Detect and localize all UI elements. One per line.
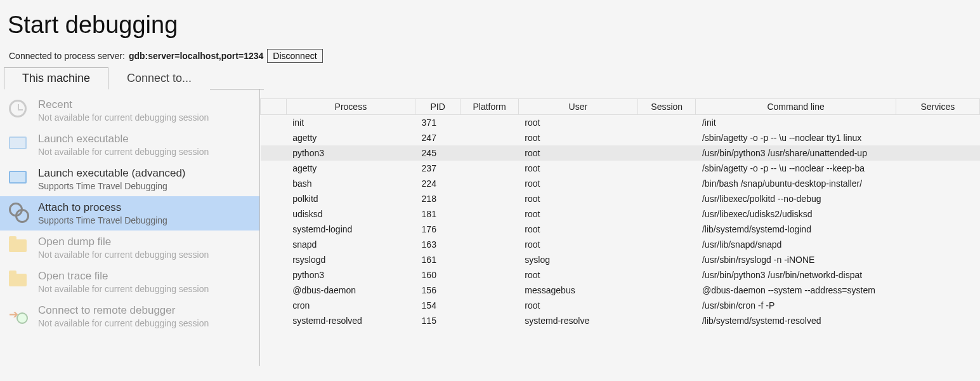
cell-cmd: /bin/bash /snap/ubuntu-desktop-installer… <box>696 176 896 191</box>
cell-process: python3 <box>286 267 415 283</box>
col-session[interactable]: Session <box>637 99 696 115</box>
cell-platform <box>461 145 519 161</box>
sidebar-item-launch-executable-advanced-[interactable]: Launch executable (advanced)Supports Tim… <box>0 162 259 196</box>
cell-cmd: /usr/bin/python3 /usr/bin/networkd-dispa… <box>696 267 896 283</box>
cell-session <box>637 130 696 145</box>
cell-indent <box>261 283 287 298</box>
cell-process: init <box>286 115 415 131</box>
sidebar: RecentNot available for current debuggin… <box>0 90 260 366</box>
cell-indent <box>261 298 287 313</box>
col-services[interactable]: Services <box>896 99 979 115</box>
cell-session <box>637 298 696 313</box>
cell-pid: 245 <box>415 145 461 161</box>
table-row[interactable]: python3245root/usr/bin/python3 /usr/shar… <box>261 145 980 161</box>
cell-user: root <box>518 145 637 161</box>
sidebar-item-title: Recent <box>38 98 253 111</box>
sidebar-item-attach-to-process[interactable]: Attach to processSupports Time Travel De… <box>0 196 259 231</box>
sidebar-item-open-dump-file: Open dump fileNot available for current … <box>0 231 259 265</box>
gears-icon <box>9 203 29 223</box>
cell-indent <box>261 130 287 145</box>
tabs: This machineConnect to... <box>4 67 264 90</box>
cell-indent <box>261 161 287 176</box>
cell-process: bash <box>286 176 415 191</box>
cell-user: messagebus <box>518 283 637 298</box>
table-row[interactable]: python3160root/usr/bin/python3 /usr/bin/… <box>261 267 980 283</box>
cell-pid: 161 <box>415 252 461 267</box>
sidebar-item-subtitle: Supports Time Travel Debugging <box>38 215 253 225</box>
process-table[interactable]: ProcessPIDPlatformUserSessionCommand lin… <box>260 98 980 328</box>
cell-pid: 181 <box>415 206 461 222</box>
table-row[interactable]: bash224root/bin/bash /snap/ubuntu-deskto… <box>261 176 980 191</box>
cell-services <box>896 298 979 313</box>
col-pid[interactable]: PID <box>415 99 461 115</box>
folder-icon <box>9 271 29 291</box>
cell-process: agetty <box>286 130 415 145</box>
cell-services <box>896 206 979 222</box>
folder-icon <box>9 237 29 257</box>
tab-this-machine[interactable]: This machine <box>4 67 108 90</box>
table-row[interactable]: agetty247root/sbin/agetty -o -p -- \u --… <box>261 130 980 145</box>
cell-cmd: @dbus-daemon --system --address=system <box>696 283 896 298</box>
sidebar-item-title: Launch executable (advanced) <box>38 167 253 180</box>
cell-session <box>637 222 696 237</box>
cell-process: systemd-logind <box>286 222 415 237</box>
cell-user: root <box>518 237 637 252</box>
cell-session <box>637 237 696 252</box>
cell-pid: 156 <box>415 283 461 298</box>
sidebar-item-subtitle: Not available for current debugging sess… <box>38 284 253 294</box>
col-process[interactable]: Process <box>286 99 415 115</box>
col-platform[interactable]: Platform <box>461 99 519 115</box>
table-row[interactable]: polkitd218root/usr/libexec/polkitd --no-… <box>261 191 980 206</box>
cell-pid: 160 <box>415 267 461 283</box>
table-row[interactable]: systemd-resolved115systemd-resolve/lib/s… <box>261 313 980 328</box>
remote-icon <box>9 305 29 326</box>
sidebar-item-subtitle: Not available for current debugging sess… <box>38 250 253 260</box>
cell-cmd: /usr/sbin/rsyslogd -n -iNONE <box>696 252 896 267</box>
cell-pid: 371 <box>415 115 461 131</box>
cell-session <box>637 313 696 328</box>
cell-user: root <box>518 161 637 176</box>
sidebar-item-title: Launch executable <box>38 133 253 145</box>
cell-user: root <box>518 176 637 191</box>
cell-indent <box>261 115 287 131</box>
disconnect-button[interactable]: Disconnect <box>267 49 322 63</box>
sidebar-item-connect-to-remote-debugger: Connect to remote debuggerNot available … <box>0 299 259 333</box>
cell-platform <box>461 161 519 176</box>
cell-services <box>896 283 979 298</box>
cell-process: python3 <box>286 145 415 161</box>
app-adv-icon <box>9 168 29 189</box>
table-row[interactable]: cron154root/usr/sbin/cron -f -P <box>261 298 980 313</box>
table-row[interactable]: rsyslogd161syslog/usr/sbin/rsyslogd -n -… <box>261 252 980 267</box>
cell-pid: 247 <box>415 130 461 145</box>
table-row[interactable]: udisksd181root/usr/libexec/udisks2/udisk… <box>261 206 980 222</box>
cell-pid: 115 <box>415 313 461 328</box>
cell-platform <box>461 191 519 206</box>
clock-icon <box>9 100 29 120</box>
cell-cmd: /sbin/agetty -o -p -- \u --noclear tty1 … <box>696 130 896 145</box>
table-row[interactable]: @dbus-daemon156messagebus@dbus-daemon --… <box>261 283 980 298</box>
sidebar-item-recent: RecentNot available for current debuggin… <box>0 93 259 128</box>
cell-user: root <box>518 206 637 222</box>
sidebar-item-subtitle: Not available for current debugging sess… <box>38 147 253 157</box>
cell-cmd: /lib/systemd/systemd-resolved <box>696 313 896 328</box>
cell-indent <box>261 206 287 222</box>
cell-pid: 163 <box>415 237 461 252</box>
cell-cmd: /usr/libexec/udisks2/udisksd <box>696 206 896 222</box>
cell-services <box>896 237 979 252</box>
tab-connect-to-[interactable]: Connect to... <box>108 67 210 90</box>
table-row[interactable]: snapd163root/usr/lib/snapd/snapd <box>261 237 980 252</box>
cell-services <box>896 191 979 206</box>
cell-user: root <box>518 267 637 283</box>
cell-platform <box>461 298 519 313</box>
table-row[interactable]: systemd-logind176root/lib/systemd/system… <box>261 222 980 237</box>
cell-platform <box>461 115 519 131</box>
col-user[interactable]: User <box>518 99 637 115</box>
cell-process: snapd <box>286 237 415 252</box>
table-row[interactable]: init371root/init <box>261 115 980 131</box>
cell-process: cron <box>286 298 415 313</box>
table-row[interactable]: agetty237root/sbin/agetty -o -p -- \u --… <box>261 161 980 176</box>
cell-pid: 237 <box>415 161 461 176</box>
cell-indent <box>261 267 287 283</box>
cell-indent <box>261 252 287 267</box>
col-command-line[interactable]: Command line <box>696 99 896 115</box>
